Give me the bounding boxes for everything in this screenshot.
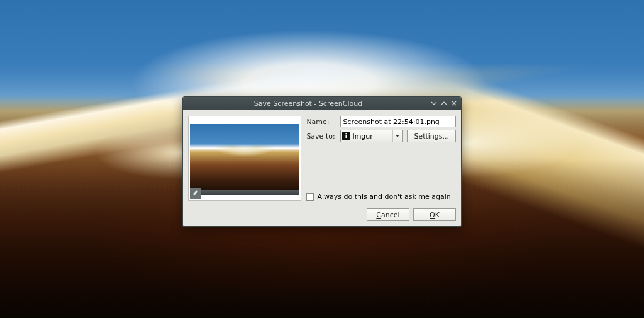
screenshot-preview bbox=[188, 116, 301, 201]
imgur-icon: i bbox=[342, 132, 350, 140]
cancel-button[interactable]: Cancel bbox=[367, 208, 409, 221]
save-to-selected: Imgur bbox=[352, 132, 390, 140]
cancel-mnemonic: C bbox=[376, 211, 381, 219]
save-to-dropdown[interactable]: i Imgur bbox=[340, 130, 403, 142]
name-label: Name: bbox=[306, 118, 336, 126]
minimize-button[interactable] bbox=[430, 99, 438, 108]
ok-rest: K bbox=[435, 211, 440, 219]
cancel-rest: ancel bbox=[381, 211, 400, 219]
ok-mnemonic: O bbox=[430, 211, 435, 219]
save-screenshot-dialog: Save Screenshot - ScreenCloud Name bbox=[182, 96, 462, 227]
always-do-this-label: Always do this and don't ask me again bbox=[317, 193, 450, 201]
dialog-footer: Cancel OK bbox=[183, 205, 461, 226]
form-pane: Name: Save to: i Imgur Settings... bbox=[306, 116, 456, 201]
ok-button[interactable]: OK bbox=[413, 208, 456, 221]
settings-button-label: Settings... bbox=[414, 132, 449, 140]
save-to-label: Save to: bbox=[306, 132, 336, 140]
close-button[interactable] bbox=[450, 99, 458, 108]
dialog-body: Name: Save to: i Imgur Settings... bbox=[183, 110, 461, 205]
screenshot-thumbnail bbox=[190, 124, 299, 195]
settings-button[interactable]: Settings... bbox=[407, 130, 456, 142]
window-title: Save Screenshot - ScreenCloud bbox=[188, 99, 428, 108]
filename-input[interactable] bbox=[340, 116, 456, 127]
always-do-this-checkbox[interactable] bbox=[306, 193, 314, 201]
chevron-down-icon bbox=[392, 130, 401, 142]
pencil-icon bbox=[192, 190, 199, 198]
maximize-button[interactable] bbox=[440, 99, 448, 108]
edit-screenshot-button[interactable] bbox=[190, 188, 201, 199]
titlebar[interactable]: Save Screenshot - ScreenCloud bbox=[183, 97, 461, 110]
